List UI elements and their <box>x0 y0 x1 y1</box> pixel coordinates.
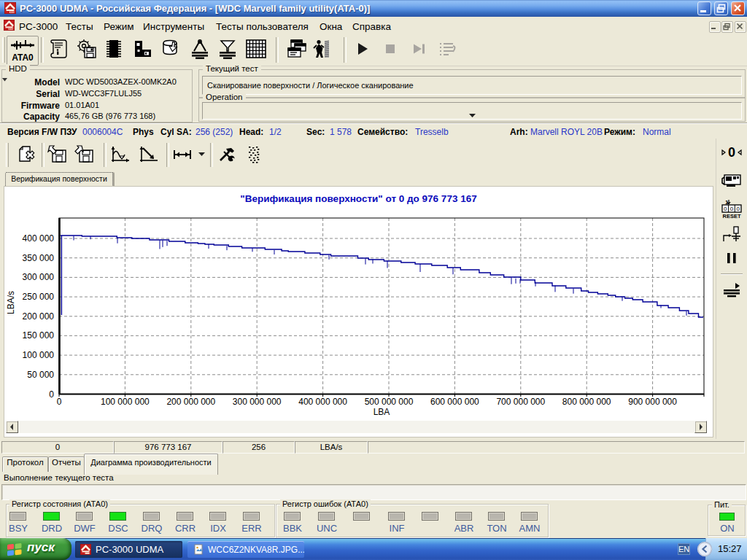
svg-text:0: 0 <box>724 206 727 212</box>
svg-text:RESET: RESET <box>722 213 740 219</box>
svg-text:0: 0 <box>736 206 740 212</box>
svg-text:0: 0 <box>730 206 734 212</box>
svg-text:0: 0 <box>728 145 735 160</box>
